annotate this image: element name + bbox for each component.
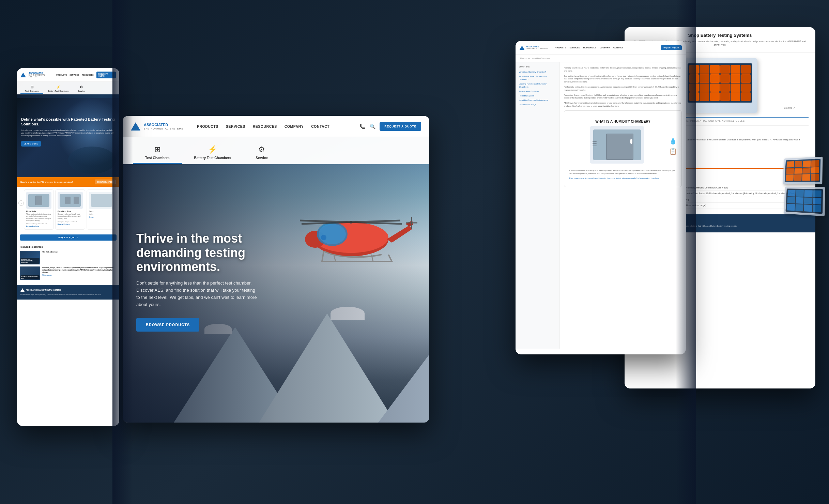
humidity-desc-1: A humidity chamber enables you to precis… bbox=[569, 169, 677, 175]
main-quote-btn[interactable]: REQUEST A QUOTE bbox=[380, 122, 421, 131]
art-nav-services[interactable]: SERVICES bbox=[569, 47, 580, 49]
jump-link-4[interactable]: Temperature Systems bbox=[519, 90, 556, 93]
mobile-hero-title: Define what's possible with Patented Bat… bbox=[21, 117, 115, 127]
svg-line-8 bbox=[334, 256, 336, 261]
mobile-footer: ASSOCIATED ENVIRONMENTAL SYSTEMS For tho… bbox=[17, 285, 119, 300]
mobile-orange-bar: Need a chamber fast? Browse our in-stock… bbox=[17, 177, 119, 187]
product-benchtop-link[interactable]: Browse Products bbox=[58, 224, 83, 225]
product-floor-specs: Workspace Range: 1.5 to 264 cu ft bbox=[26, 223, 51, 225]
jump-link-7[interactable]: Resources & FAQs bbox=[519, 103, 556, 106]
chamber-illustration: 💧 📋 bbox=[569, 126, 677, 166]
jump-link-2[interactable]: What is the Price of a Humidity Chamber? bbox=[519, 75, 556, 81]
mobile-hero-content: Define what's possible with Patented Bat… bbox=[17, 113, 119, 151]
footer-brand: ASSOCIATED ENVIRONMENTAL SYSTEMS bbox=[26, 289, 61, 291]
nav-products[interactable]: PRODUCTS bbox=[197, 124, 218, 128]
mobile-nav-products[interactable]: PRODUCTS bbox=[56, 74, 67, 76]
resources-title: Featured Resources bbox=[20, 246, 117, 248]
art-nav-company[interactable]: COMPANY bbox=[600, 47, 610, 49]
humidity-section-box: WHAT IS A HUMIDITY CHAMBER? bbox=[564, 110, 682, 187]
art-nav-resources[interactable]: RESOURCES bbox=[583, 47, 596, 49]
battery-tray-graphic bbox=[682, 58, 757, 113]
battery-card-title: Shop Battery Testing Systems bbox=[631, 33, 809, 38]
mobile-products-row: Floor Style These easily portable test c… bbox=[17, 187, 119, 232]
mobile-nav-links: PRODUCTS SERVICES RESOURCES bbox=[56, 74, 93, 76]
jump-link-1[interactable]: What is a Humidity Chamber? bbox=[519, 71, 556, 74]
tab-service[interactable]: ⚙ Service bbox=[243, 142, 280, 164]
nav-company[interactable]: COMPANY bbox=[285, 124, 304, 128]
mobile-request-quote-btn[interactable]: REQUEST A QUOTE bbox=[20, 234, 117, 241]
main-logo: ASSOCIATED ENVIRONMENTAL SYSTEMS bbox=[131, 122, 183, 131]
battery-cells-grid bbox=[689, 65, 751, 101]
article-para2: For humidity testing, that means access … bbox=[564, 86, 682, 92]
resource-img-1: ASSOCIATED ENVIRONMENTAL SYSTEMS bbox=[20, 251, 40, 264]
mobile-footer-logo: ASSOCIATED ENVIRONMENTAL SYSTEMS bbox=[20, 288, 116, 292]
jump-to-label: JUMP TO: bbox=[519, 66, 556, 68]
chamber-img bbox=[590, 126, 644, 164]
tab-test-chambers[interactable]: ⊞ Test Chambers bbox=[133, 142, 182, 164]
phone-icon[interactable]: 📞 bbox=[359, 123, 365, 129]
footer-triangle-icon bbox=[20, 288, 25, 292]
product-benchtop-desc: Conduct cycling and steady-state tempera… bbox=[58, 213, 83, 220]
tab-battery-chambers[interactable]: ⚡ Battery Test Chambers bbox=[182, 142, 244, 164]
article-nav-links: PRODUCTS SERVICES RESOURCES COMPANY CONT… bbox=[555, 47, 623, 49]
mobile-hero-section: ⊞ Test Chambers ⚡ Battery Test Chambers … bbox=[17, 82, 119, 177]
product-benchtop-style: Benchtop Style Conduct cycling and stead… bbox=[55, 189, 85, 230]
footer-desc: For those working in uncompromising, inn… bbox=[20, 294, 116, 296]
resource-label-2: YOUR BATTERY TESTING AUP bbox=[20, 275, 40, 279]
tab-service-label: Service bbox=[256, 156, 268, 160]
jump-link-3[interactable]: Leading Functions of Humidity Chambers bbox=[519, 82, 556, 89]
article-main-content: Humidity chambers are vital to electroni… bbox=[560, 62, 686, 349]
mobile-tab-test-chambers[interactable]: ⊞ Test Chambers bbox=[20, 84, 43, 94]
svg-point-4 bbox=[319, 224, 346, 244]
mobile-hero-tabs: ⊞ Test Chambers ⚡ Battery Test Chambers … bbox=[17, 82, 119, 94]
product-spa-link[interactable]: Brow... bbox=[89, 216, 114, 218]
prev-btn[interactable]: ‹ bbox=[18, 200, 24, 206]
jump-link-5[interactable]: Humidity System bbox=[519, 94, 556, 97]
mobile-orange-text: Need a chamber fast? Browse our in-stock… bbox=[20, 181, 73, 183]
art-nav-products[interactable]: PRODUCTS bbox=[555, 47, 566, 49]
article-para4: AES knows how important testing is to th… bbox=[564, 102, 682, 108]
nav-resources[interactable]: RESOURCES bbox=[253, 124, 277, 128]
humidity-desc-2: They range in size from small benchtop u… bbox=[569, 177, 677, 180]
nav-services[interactable]: SERVICES bbox=[226, 124, 245, 128]
article-para1: Just as there's a wide range of industri… bbox=[564, 75, 682, 83]
jump-link-6[interactable]: Humidity Chamber Maintenance bbox=[519, 99, 556, 102]
product-floor-link[interactable]: Browse Products bbox=[26, 226, 51, 227]
resource-item-1[interactable]: ASSOCIATED ENVIRONMENTAL SYSTEMS The AES… bbox=[20, 251, 117, 264]
service-icon: ⚙ bbox=[258, 145, 265, 154]
mobile-tab-battery[interactable]: ⚡ Battery Test Chambers bbox=[43, 84, 73, 94]
mobile-nav-services[interactable]: SERVICES bbox=[70, 74, 79, 76]
hero-description: Don't settle for anything less than the … bbox=[136, 280, 259, 308]
side-tray-product bbox=[781, 157, 823, 210]
resource-item-2[interactable]: YOUR BATTERY TESTING AUP Innovate, Adapt… bbox=[20, 266, 117, 280]
mobile-browse-stock-btn[interactable]: BROWSE IN-STOCK bbox=[95, 180, 116, 184]
mobile-quote-btn[interactable]: REQUEST A QUOTE bbox=[96, 72, 116, 78]
product-benchtop-specs: Workspace Range: 1.5 to 8 cu ft bbox=[58, 221, 83, 223]
side-tray-visual bbox=[783, 157, 823, 184]
nav-contact[interactable]: CONTACT bbox=[311, 124, 329, 128]
mobile-logo-icon bbox=[20, 73, 26, 77]
mobile-nav-resources[interactable]: RESOURCES bbox=[82, 74, 94, 76]
article-logo: ASSOCIATED ENVIRONMENTAL SYSTEMS bbox=[520, 46, 548, 50]
article-nav: ASSOCIATED ENVIRONMENTAL SYSTEMS PRODUCT… bbox=[516, 41, 686, 55]
tab-test-chambers-label: Test Chambers bbox=[145, 156, 170, 160]
search-icon[interactable]: 🔍 bbox=[369, 123, 375, 129]
mobile-nav: ASSOCIATED ENVIRONMENTAL SYSTEMS PRODUCT… bbox=[17, 68, 119, 82]
resource-text-1: The AES Advantage bbox=[42, 251, 58, 253]
helicopter-graphic bbox=[283, 164, 426, 301]
mobile-tab-service[interactable]: ⚙ Service bbox=[73, 84, 90, 94]
art-nav-contact[interactable]: CONTACT bbox=[613, 47, 623, 49]
side-tray-2-cells bbox=[785, 188, 823, 214]
logo-triangle-icon bbox=[131, 122, 140, 131]
main-nav-links: PRODUCTS SERVICES RESOURCES COMPANY CONT… bbox=[197, 124, 352, 128]
resource-link-2[interactable]: Watch Video › bbox=[42, 274, 117, 276]
tab-battery-label: Battery Test Chambers bbox=[194, 156, 231, 160]
browse-products-btn[interactable]: BROWSE PRODUCTS bbox=[136, 318, 199, 332]
article-breadcrumb: Resources › Humidity Chambers bbox=[516, 55, 686, 62]
mobile-learn-more-btn[interactable]: LEARN MORE bbox=[21, 141, 41, 147]
article-quote-btn[interactable]: REQUEST A QUOTE bbox=[661, 45, 682, 50]
product-floor-style: Floor Style These easily portable test c… bbox=[24, 189, 54, 230]
main-hero: ⊞ Test Chambers ⚡ Battery Test Chambers … bbox=[123, 137, 429, 423]
battery-chambers-icon: ⚡ bbox=[208, 145, 217, 154]
svg-point-13 bbox=[321, 235, 326, 240]
